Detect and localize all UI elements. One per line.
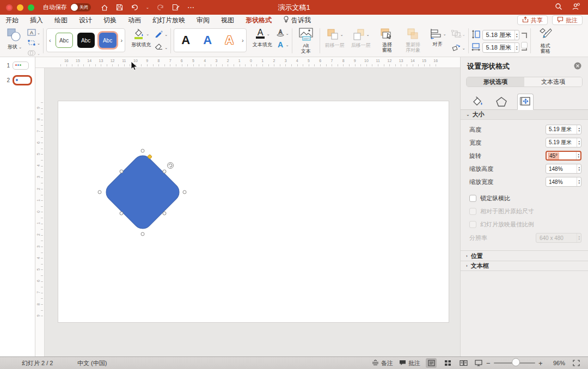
selection-pane-button[interactable]: 选择窗格	[375, 28, 399, 53]
format-pane-button[interactable]: 格式窗格	[534, 28, 558, 54]
size-properties-tab[interactable]	[517, 94, 534, 110]
resize-handle-bottom[interactable]	[141, 232, 145, 236]
menu-tab[interactable]: 切换	[103, 16, 117, 25]
save-icon[interactable]	[116, 4, 123, 11]
slide-sorter-view-button[interactable]	[442, 358, 453, 368]
stepper-icon[interactable]: ▴▾	[577, 125, 581, 134]
zoom-in-button[interactable]: +	[538, 357, 543, 369]
shape-style-swatch[interactable]: Abc	[77, 33, 95, 48]
height-field[interactable]: 5.19 厘米▴▾	[546, 125, 581, 134]
effects-tab[interactable]	[493, 95, 510, 109]
rotate-handle[interactable]	[167, 162, 174, 169]
stepper-icon[interactable]: ▴▾	[577, 138, 581, 147]
editing-canvas[interactable]	[45, 68, 460, 356]
stepper-icon[interactable]: ▴▾	[577, 177, 581, 186]
menu-tab[interactable]: 幻灯片放映	[152, 16, 185, 25]
edit-shape-button[interactable]: ⌄	[27, 39, 40, 48]
slideshow-view-button[interactable]	[473, 358, 484, 368]
alt-text-button[interactable]: Alt文本	[295, 28, 317, 54]
slide-surface[interactable]	[58, 101, 449, 322]
notes-button[interactable]: 备注	[372, 357, 393, 369]
stepper-icon[interactable]: ▴▾	[577, 164, 581, 173]
menu-tab[interactable]: 绘图	[54, 16, 68, 25]
text-fill-button[interactable]: A ⌄ 文本填充	[250, 28, 275, 47]
position-section-header[interactable]: › 位置	[461, 250, 588, 261]
insert-shapes-button[interactable]: 形状 ⌄	[3, 28, 26, 50]
stepper-icon[interactable]: ▴▾	[514, 30, 519, 40]
shape-fill-button[interactable]: ⌄ 形状填充	[128, 28, 154, 47]
resize-handle-top[interactable]	[141, 149, 145, 153]
close-panel-icon[interactable]	[574, 62, 581, 71]
autosave-control[interactable]: 自动保存 关闭	[43, 3, 91, 11]
comments-button[interactable]: 批注	[552, 15, 583, 25]
gallery-prev-icon[interactable]: ‹	[49, 37, 51, 44]
menu-tab[interactable]: 审阅	[197, 16, 210, 25]
slide-thumbnail[interactable]	[13, 61, 29, 70]
scale-height-field[interactable]: 148%▴▾	[546, 164, 581, 174]
autosave-toggle[interactable]: 关闭	[70, 3, 91, 11]
resize-handle-corner[interactable]	[163, 212, 167, 216]
account-icon[interactable]	[572, 3, 580, 12]
menu-tab[interactable]: 视图	[221, 16, 234, 25]
rotation-field[interactable]: 45°▴▾	[546, 151, 581, 161]
language-indicator[interactable]: 中文 (中国)	[77, 357, 107, 369]
shape-width-field[interactable]: 5.18 厘米 ▴▾	[482, 42, 519, 53]
wordart-swatch[interactable]: A	[176, 33, 195, 47]
stepper-icon[interactable]: ▴▾	[514, 43, 519, 52]
text-effects-button[interactable]: A ⌄	[276, 40, 289, 50]
lock-aspect-ratio-checkbox[interactable]	[469, 195, 476, 202]
resize-handle-right[interactable]	[183, 190, 187, 194]
rotate-button[interactable]: ⌄	[451, 44, 465, 53]
zoom-percentage[interactable]: 96%	[553, 357, 565, 369]
search-icon[interactable]	[555, 3, 562, 12]
shape-effects-button[interactable]: ⌄	[155, 44, 168, 52]
slide-thumbnail-item[interactable]: 1	[5, 61, 35, 70]
resize-handle-corner[interactable]	[163, 170, 167, 174]
gallery-next-icon[interactable]: ›	[121, 37, 123, 44]
more-icon[interactable]: ⋯	[187, 3, 195, 11]
resize-handle-corner[interactable]	[120, 212, 124, 216]
scale-width-field[interactable]: 148%▴▾	[546, 177, 581, 187]
align-button[interactable]: ⌄ 对齐	[427, 28, 448, 48]
menu-tab[interactable]: 动画	[128, 16, 141, 25]
size-section-header[interactable]: ⌄ 大小	[461, 110, 588, 120]
shape-style-swatch[interactable]: Abc	[56, 33, 73, 48]
tab-text-options[interactable]: 文本选项	[524, 77, 582, 87]
zoom-slider-knob[interactable]	[512, 358, 520, 366]
zoom-window-button[interactable]	[28, 4, 34, 11]
width-field[interactable]: 5.19 厘米▴▾	[546, 138, 581, 147]
normal-view-button[interactable]	[426, 358, 437, 368]
slide-thumbnail-item[interactable]: 2	[5, 75, 35, 85]
undo-icon[interactable]	[131, 4, 138, 11]
gallery-next-icon[interactable]: ›	[242, 37, 244, 44]
tell-me-button[interactable]: 告诉我	[283, 16, 311, 25]
minimize-window-button[interactable]	[17, 4, 23, 11]
menu-tab[interactable]: 开始	[5, 16, 19, 25]
shape-height-field[interactable]: 5.18 厘米 ▴▾	[482, 30, 519, 40]
fit-slide-button[interactable]	[573, 357, 580, 369]
save-as-icon[interactable]	[172, 4, 180, 11]
zoom-out-button[interactable]: −	[486, 357, 491, 369]
shape-outline-button[interactable]: ⌄	[155, 30, 168, 39]
share-button[interactable]: 共享	[517, 15, 548, 25]
wordart-swatch[interactable]: A	[198, 33, 217, 47]
menu-tab[interactable]: 形状格式	[246, 16, 272, 25]
home-icon[interactable]	[101, 4, 108, 11]
resize-handle-corner[interactable]	[120, 170, 124, 174]
close-window-button[interactable]	[6, 4, 13, 11]
stepper-icon[interactable]: ▴▾	[576, 152, 580, 159]
resize-handle-left[interactable]	[98, 190, 102, 194]
slide-thumbnail-selected[interactable]	[13, 75, 32, 85]
text-outline-button[interactable]: A ⌄	[276, 29, 289, 38]
reading-view-button[interactable]	[458, 358, 469, 368]
menu-tab[interactable]: 设计	[79, 16, 92, 25]
wordart-swatch[interactable]: A	[220, 33, 238, 47]
zoom-slider[interactable]	[494, 357, 536, 369]
textbox-section-header[interactable]: › 文本框	[461, 261, 588, 271]
fill-line-tab[interactable]	[469, 95, 486, 109]
undo-dropdown-icon[interactable]: ⌄	[146, 5, 149, 10]
status-comments-button[interactable]: 批注	[399, 357, 420, 369]
lock-aspect-checkbox[interactable]	[521, 42, 528, 48]
text-box-button[interactable]: A ⌄	[27, 29, 40, 38]
tab-shape-options[interactable]: 形状选项	[467, 77, 524, 87]
